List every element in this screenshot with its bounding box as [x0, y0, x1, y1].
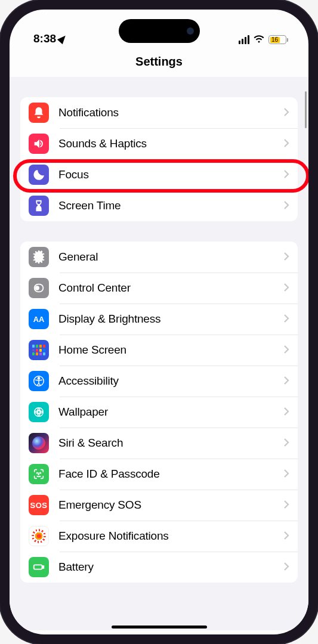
chevron-right-icon — [283, 106, 289, 120]
settings-section: Notifications Sounds & Haptics Focus — [20, 97, 298, 221]
svg-point-4 — [38, 377, 39, 379]
settings-row-battery[interactable]: Battery — [20, 552, 298, 583]
settings-row-display[interactable]: AA Display & Brightness — [20, 304, 298, 335]
wifi-icon — [253, 34, 265, 45]
settings-row-siri[interactable]: Siri & Search — [20, 428, 298, 459]
settings-row-emergencysos[interactable]: SOS Emergency SOS — [20, 490, 298, 521]
sounds-icon — [29, 134, 49, 154]
row-label: Siri & Search — [58, 436, 274, 450]
homescreen-icon — [29, 340, 49, 360]
faceid-icon — [29, 464, 49, 484]
svg-point-7 — [37, 472, 38, 473]
settings-row-homescreen[interactable]: Home Screen — [20, 335, 298, 366]
chevron-right-icon — [283, 250, 289, 264]
settings-row-focus[interactable]: Focus — [20, 159, 298, 190]
row-label: Battery — [58, 561, 274, 574]
controlcenter-icon — [29, 278, 49, 298]
battery-icon — [29, 557, 49, 577]
chevron-right-icon — [283, 436, 289, 450]
settings-row-wallpaper[interactable]: Wallpaper — [20, 397, 298, 428]
wallpaper-icon — [29, 402, 49, 422]
phone-frame: 8:38 16 — [0, 0, 318, 644]
screentime-icon — [29, 196, 49, 216]
chevron-right-icon — [283, 168, 289, 182]
general-icon — [29, 247, 49, 267]
svg-text:AA: AA — [33, 315, 45, 324]
accessibility-icon — [29, 371, 49, 391]
sos-text: SOS — [30, 501, 48, 510]
row-label: Accessibility — [58, 374, 274, 388]
siri-icon — [29, 433, 49, 453]
chevron-right-icon — [283, 312, 289, 326]
row-label: Emergency SOS — [58, 499, 274, 512]
svg-rect-9 — [34, 565, 42, 569]
settings-row-faceid[interactable]: Face ID & Passcode — [20, 459, 298, 490]
row-label: Control Center — [58, 281, 274, 295]
chevron-right-icon — [283, 343, 289, 357]
settings-row-exposure[interactable]: Exposure Notifications — [20, 521, 298, 552]
chevron-right-icon — [283, 467, 289, 481]
row-label: Display & Brightness — [58, 312, 274, 326]
svg-point-8 — [40, 472, 41, 473]
svg-point-5 — [35, 408, 44, 417]
location-icon — [57, 33, 68, 44]
status-time: 8:38 — [33, 32, 56, 45]
focus-icon — [29, 165, 49, 185]
page-title: Settings — [10, 48, 308, 77]
chevron-right-icon — [283, 530, 289, 543]
chevron-right-icon — [283, 561, 289, 574]
settings-row-general[interactable]: General — [20, 242, 298, 273]
home-indicator[interactable] — [112, 626, 207, 628]
dynamic-island — [119, 19, 200, 43]
row-label: Screen Time — [58, 199, 274, 212]
chevron-right-icon — [283, 199, 289, 213]
settings-row-sounds[interactable]: Sounds & Haptics — [20, 128, 298, 159]
settings-section: General Control Center AA Display & Brig… — [20, 242, 298, 583]
cellular-signal-icon — [239, 35, 249, 44]
settings-row-controlcenter[interactable]: Control Center — [20, 273, 298, 304]
row-label: Notifications — [58, 106, 274, 119]
battery-indicator: 16 — [268, 35, 288, 44]
row-label: Home Screen — [58, 343, 274, 357]
display-icon: AA — [29, 309, 49, 329]
exposure-icon — [29, 526, 49, 546]
row-label: Face ID & Passcode — [58, 467, 274, 481]
settings-row-screentime[interactable]: Screen Time — [20, 190, 298, 221]
chevron-right-icon — [283, 281, 289, 295]
chevron-right-icon — [283, 405, 289, 419]
settings-row-notifications[interactable]: Notifications — [20, 97, 298, 128]
chevron-right-icon — [283, 374, 289, 388]
chevron-right-icon — [283, 137, 289, 151]
row-label: Focus — [58, 168, 274, 181]
row-label: Sounds & Haptics — [58, 137, 274, 150]
settings-row-accessibility[interactable]: Accessibility — [20, 366, 298, 397]
row-label: General — [58, 250, 274, 264]
settings-list[interactable]: Notifications Sounds & Haptics Focus — [10, 77, 308, 630]
scroll-indicator[interactable] — [305, 91, 307, 128]
notifications-icon — [29, 103, 49, 123]
row-label: Wallpaper — [58, 405, 274, 419]
row-label: Exposure Notifications — [58, 530, 274, 543]
battery-percent: 16 — [271, 36, 278, 43]
sos-icon: SOS — [29, 495, 49, 515]
camera-icon — [187, 27, 194, 35]
svg-rect-10 — [42, 566, 44, 568]
chevron-right-icon — [283, 499, 289, 512]
screen: 8:38 16 — [10, 10, 308, 634]
svg-point-1 — [35, 286, 39, 290]
